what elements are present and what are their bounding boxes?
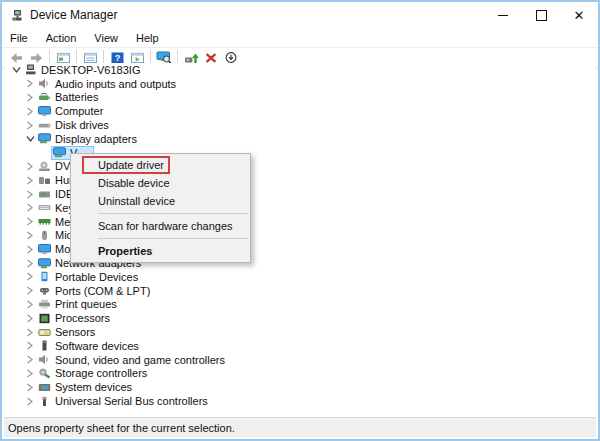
processor-icon <box>38 313 51 324</box>
expand-chevron-icon[interactable] <box>25 397 35 406</box>
tree-item-processors[interactable]: Processors <box>4 311 596 325</box>
expand-chevron-icon[interactable] <box>25 79 35 88</box>
software-device-icon <box>38 340 51 351</box>
context-menu-separator <box>98 213 248 214</box>
close-icon: ✕ <box>574 8 585 23</box>
menu-bar: FileActionViewHelp <box>2 28 598 48</box>
tree-item-audio-inputs-and-outputs[interactable]: Audio inputs and outputs <box>4 77 596 91</box>
window-controls: ✕ <box>484 2 598 28</box>
tree-item-storage-controllers[interactable]: Storage controllers <box>4 367 596 381</box>
tree-item-label: Software devices <box>55 340 139 352</box>
expand-chevron-icon[interactable] <box>25 369 35 378</box>
tree-item-universal-serial-bus-controllers[interactable]: Universal Serial Bus controllers <box>4 394 596 408</box>
status-text: Opens property sheet for the current sel… <box>8 422 235 434</box>
menu-action[interactable]: Action <box>46 32 77 44</box>
tree-item-label: Print queues <box>55 298 117 310</box>
tree-item-label: Computer <box>55 105 103 117</box>
expand-chevron-icon[interactable] <box>25 286 35 295</box>
tree-item-disk-drives[interactable]: Disk drives <box>4 118 596 132</box>
usb-icon <box>38 396 51 407</box>
tree-item-label: Sensors <box>55 326 95 338</box>
menu-file[interactable]: File <box>10 32 28 44</box>
storage-controller-icon <box>38 368 51 379</box>
hid-icon <box>38 175 51 186</box>
title-bar: Device Manager ✕ <box>2 2 598 28</box>
tree-item-portable-devices[interactable]: Portable Devices <box>4 270 596 284</box>
tree-item-ports-com-lpt[interactable]: Ports (COM & LPT) <box>4 284 596 298</box>
tree-item-desktop-v6183ig[interactable]: DESKTOP-V6183IG <box>4 63 596 77</box>
tree-item-label: Storage controllers <box>55 367 147 379</box>
context-menu-item-update-driver[interactable]: Update driver <box>71 156 250 174</box>
display-adapter-icon <box>38 133 51 144</box>
keyboard-icon <box>38 202 51 213</box>
status-bar: Opens property sheet for the current sel… <box>4 417 596 437</box>
device-manager-app-icon <box>10 9 24 22</box>
expand-chevron-icon[interactable] <box>25 383 35 392</box>
audio-icon <box>38 354 51 365</box>
context-menu-item-scan-for-hardware-changes[interactable]: Scan for hardware changes <box>71 217 250 235</box>
tree-item-label: Sound, video and game controllers <box>55 354 225 366</box>
expand-chevron-icon[interactable] <box>25 121 35 130</box>
menu-help[interactable]: Help <box>136 32 159 44</box>
audio-icon <box>38 78 51 89</box>
computer-root-icon <box>24 64 37 75</box>
expand-chevron-icon[interactable] <box>25 245 35 254</box>
tree-item-label: DESKTOP-V6183IG <box>41 64 140 76</box>
expand-chevron-icon[interactable] <box>25 203 35 212</box>
expand-chevron-icon[interactable] <box>25 231 35 240</box>
mouse-icon <box>38 230 51 241</box>
port-icon <box>38 285 51 296</box>
tree-item-sensors[interactable]: Sensors <box>4 325 596 339</box>
tree-item-label: Audio inputs and outputs <box>55 78 176 90</box>
expand-chevron-icon[interactable] <box>25 328 35 337</box>
battery-icon <box>38 92 51 103</box>
expand-chevron-icon[interactable] <box>25 176 35 185</box>
context-menu-item-properties[interactable]: Properties <box>71 242 250 260</box>
tree-item-batteries[interactable]: Batteries <box>4 91 596 105</box>
expand-chevron-icon[interactable] <box>25 341 35 350</box>
ide-controller-icon <box>38 189 51 200</box>
menu-view[interactable]: View <box>94 32 118 44</box>
device-manager-window: Device Manager ✕ FileActionViewHelp ? DE… <box>0 0 600 441</box>
tree-item-system-devices[interactable]: System devices <box>4 380 596 394</box>
collapse-chevron-icon[interactable] <box>11 66 21 74</box>
maximize-button[interactable] <box>522 2 560 28</box>
context-menu: Update driverDisable deviceUninstall dev… <box>70 153 251 263</box>
display-adapter-icon <box>53 147 66 158</box>
system-device-icon <box>38 382 51 393</box>
expand-chevron-icon[interactable] <box>25 259 35 268</box>
minimize-button[interactable] <box>484 2 522 28</box>
context-menu-item-disable-device[interactable]: Disable device <box>71 174 250 192</box>
window-title: Device Manager <box>30 8 117 22</box>
tree-item-label: Processors <box>55 312 110 324</box>
tree-item-label: Disk drives <box>55 119 109 131</box>
expand-chevron-icon[interactable] <box>25 190 35 199</box>
tree-item-print-queues[interactable]: Print queues <box>4 298 596 312</box>
tree-item-label: Universal Serial Bus controllers <box>55 395 208 407</box>
close-button[interactable]: ✕ <box>560 2 598 28</box>
tree-item-sound-video-and-game-controllers[interactable]: Sound, video and game controllers <box>4 353 596 367</box>
network-adapter-icon <box>38 258 51 269</box>
expand-chevron-icon[interactable] <box>25 107 35 116</box>
expand-chevron-icon[interactable] <box>25 355 35 364</box>
tree-item-computer[interactable]: Computer <box>4 104 596 118</box>
context-menu-item-uninstall-device[interactable]: Uninstall device <box>71 192 250 210</box>
tree-item-label: Display adapters <box>55 133 137 145</box>
expand-chevron-icon[interactable] <box>25 93 35 102</box>
expand-chevron-icon[interactable] <box>25 272 35 281</box>
tree-item-label: Portable Devices <box>55 271 138 283</box>
sensor-icon <box>38 327 51 338</box>
tree-item-label: Batteries <box>55 91 98 103</box>
collapse-chevron-icon[interactable] <box>25 135 35 143</box>
memory-icon <box>38 216 51 227</box>
expand-chevron-icon[interactable] <box>25 217 35 226</box>
tree-item-software-devices[interactable]: Software devices <box>4 339 596 353</box>
expand-chevron-icon[interactable] <box>25 314 35 323</box>
context-menu-separator <box>98 238 248 239</box>
dvd-drive-icon <box>38 161 51 172</box>
expand-chevron-icon[interactable] <box>25 162 35 171</box>
tree-item-display-adapters[interactable]: Display adapters <box>4 132 596 146</box>
expand-chevron-icon[interactable] <box>25 300 35 309</box>
disk-drive-icon <box>38 120 51 131</box>
monitor-icon <box>38 106 51 117</box>
